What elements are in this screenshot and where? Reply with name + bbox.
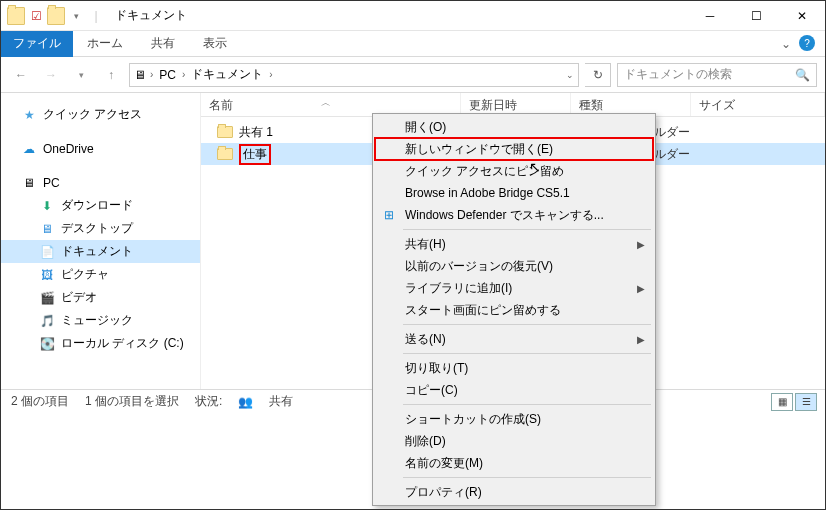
tree-desktop[interactable]: 🖥デスクトップ <box>1 217 200 240</box>
tree-cdrive[interactable]: 💽ローカル ディスク (C:) <box>1 332 200 355</box>
nav-up-button[interactable]: ↑ <box>99 63 123 87</box>
tree-videos[interactable]: 🎬ビデオ <box>1 286 200 309</box>
search-icon: 🔍 <box>795 68 810 82</box>
view-details-button[interactable]: ☰ <box>795 393 817 411</box>
cloud-icon: ☁ <box>21 141 37 157</box>
status-item-count: 2 個の項目 <box>11 393 69 410</box>
folder-icon <box>217 126 233 138</box>
status-state-label: 状況: <box>195 393 222 410</box>
tree-music[interactable]: 🎵ミュージック <box>1 309 200 332</box>
ctx-delete[interactable]: 削除(D) <box>375 430 653 452</box>
nav-tree: ★クイック アクセス ☁OneDrive 🖥PC ⬇ダウンロード 🖥デスクトップ… <box>1 93 201 389</box>
window-title: ドキュメント <box>111 7 687 24</box>
tab-file[interactable]: ファイル <box>1 31 73 57</box>
nav-forward-button[interactable]: → <box>39 63 63 87</box>
close-button[interactable]: ✕ <box>779 1 825 31</box>
ctx-open[interactable]: 開く(O) <box>375 116 653 138</box>
ribbon-tabs: ファイル ホーム 共有 表示 ⌄ ? <box>1 31 825 57</box>
help-icon[interactable]: ? <box>799 35 815 51</box>
qat-folder-icon[interactable] <box>47 7 65 25</box>
ribbon-expand-icon[interactable]: ⌄ <box>781 37 791 51</box>
ctx-shortcut[interactable]: ショートカットの作成(S) <box>375 408 653 430</box>
view-thumbnails-button[interactable]: ▦ <box>771 393 793 411</box>
tab-share[interactable]: 共有 <box>137 30 189 57</box>
pc-icon: 🖥 <box>134 68 146 82</box>
tree-onedrive[interactable]: ☁OneDrive <box>1 138 200 160</box>
address-bar-row: ← → ▾ ↑ 🖥 › PC › ドキュメント › ⌄ ↻ ドキュメントの検索 … <box>1 57 825 93</box>
status-selection: 1 個の項目を選択 <box>85 393 179 410</box>
address-dropdown-icon[interactable]: ⌄ <box>566 70 574 80</box>
ctx-share[interactable]: 共有(H)▶ <box>375 233 653 255</box>
breadcrumb-pc[interactable]: PC <box>157 68 178 82</box>
ctx-pin-start[interactable]: スタート画面にピン留めする <box>375 299 653 321</box>
ctx-open-new-window[interactable]: 新しいウィンドウで開く(E) <box>375 138 653 160</box>
download-icon: ⬇ <box>39 198 55 214</box>
quick-access-toolbar: ☑ ▾ | <box>1 7 111 25</box>
tree-downloads[interactable]: ⬇ダウンロード <box>1 194 200 217</box>
music-icon: 🎵 <box>39 313 55 329</box>
tab-home[interactable]: ホーム <box>73 30 137 57</box>
maximize-button[interactable]: ☐ <box>733 1 779 31</box>
search-input[interactable]: ドキュメントの検索 🔍 <box>617 63 817 87</box>
ctx-restore[interactable]: 以前のバージョンの復元(V) <box>375 255 653 277</box>
tree-documents[interactable]: 📄ドキュメント <box>1 240 200 263</box>
status-state: 共有 <box>269 393 293 410</box>
ctx-rename[interactable]: 名前の変更(M) <box>375 452 653 474</box>
shield-icon: ⊞ <box>381 207 397 223</box>
ctx-adobe-bridge[interactable]: Browse in Adobe Bridge CS5.1 <box>375 182 653 204</box>
videos-icon: 🎬 <box>39 290 55 306</box>
ctx-pin-quick[interactable]: クイック アクセスにピン留め <box>375 160 653 182</box>
tree-pc[interactable]: 🖥PC <box>1 172 200 194</box>
documents-icon: 📄 <box>39 244 55 260</box>
tab-view[interactable]: 表示 <box>189 30 241 57</box>
tree-quick-access[interactable]: ★クイック アクセス <box>1 103 200 126</box>
breadcrumb-docs[interactable]: ドキュメント <box>189 66 265 83</box>
ctx-copy[interactable]: コピー(C) <box>375 379 653 401</box>
nav-back-button[interactable]: ← <box>9 63 33 87</box>
chevron-right-icon: › <box>182 69 185 80</box>
context-menu: 開く(O) 新しいウィンドウで開く(E) クイック アクセスにピン留め Brow… <box>372 113 656 506</box>
chevron-right-icon: › <box>150 69 153 80</box>
folder-icon <box>217 148 233 160</box>
title-bar: ☑ ▾ | ドキュメント ─ ☐ ✕ <box>1 1 825 31</box>
qat-dropdown-icon[interactable]: ▾ <box>67 7 85 25</box>
nav-recent-button[interactable]: ▾ <box>69 63 93 87</box>
sort-up-icon: ︿ <box>321 96 331 110</box>
qat-properties-icon[interactable]: ☑ <box>27 7 45 25</box>
ctx-cut[interactable]: 切り取り(T) <box>375 357 653 379</box>
chevron-right-icon: › <box>269 69 272 80</box>
desktop-icon: 🖥 <box>39 221 55 237</box>
drive-icon: 💽 <box>39 336 55 352</box>
refresh-button[interactable]: ↻ <box>585 63 611 87</box>
star-icon: ★ <box>21 107 37 123</box>
app-icon <box>7 7 25 25</box>
search-placeholder: ドキュメントの検索 <box>624 66 732 83</box>
chevron-right-icon: ▶ <box>637 334 645 345</box>
tree-pictures[interactable]: 🖼ピクチャ <box>1 263 200 286</box>
ctx-defender[interactable]: ⊞Windows Defender でスキャンする... <box>375 204 653 226</box>
breadcrumb[interactable]: 🖥 › PC › ドキュメント › ⌄ <box>129 63 579 87</box>
pc-icon: 🖥 <box>21 175 37 191</box>
col-size[interactable]: サイズ <box>691 93 825 116</box>
people-icon: 👥 <box>238 395 253 409</box>
ctx-properties[interactable]: プロパティ(R) <box>375 481 653 503</box>
ctx-library[interactable]: ライブラリに追加(I)▶ <box>375 277 653 299</box>
minimize-button[interactable]: ─ <box>687 1 733 31</box>
chevron-right-icon: ▶ <box>637 239 645 250</box>
ctx-send[interactable]: 送る(N)▶ <box>375 328 653 350</box>
pictures-icon: 🖼 <box>39 267 55 283</box>
chevron-right-icon: ▶ <box>637 283 645 294</box>
